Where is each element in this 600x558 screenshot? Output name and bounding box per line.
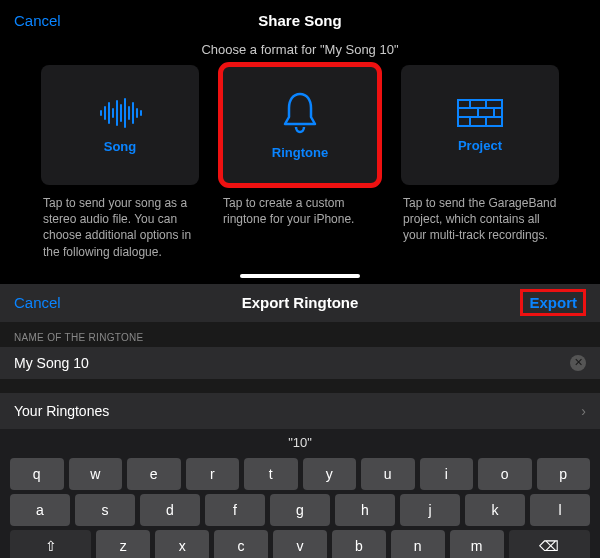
key-b[interactable]: b [332,530,386,558]
backspace-key[interactable]: ⌫ [509,530,590,558]
share-subtitle: Choose a format for "My Song 10" [0,40,600,65]
cancel-button[interactable]: Cancel [14,12,61,29]
svg-rect-11 [458,100,502,126]
bell-icon [280,91,320,135]
key-c[interactable]: c [214,530,268,558]
key-a[interactable]: a [10,494,70,526]
page-title: Share Song [0,12,600,29]
key-w[interactable]: w [69,458,123,490]
shift-key[interactable]: ⇧ [10,530,91,558]
song-card[interactable]: Song [41,65,199,185]
key-v[interactable]: v [273,530,327,558]
card-project: Project Tap to send the GarageBand proje… [401,65,559,260]
key-q[interactable]: q [10,458,64,490]
ringtone-name-row: ✕ [0,347,600,379]
cancel-button[interactable]: Cancel [14,294,61,311]
project-card[interactable]: Project [401,65,559,185]
key-r[interactable]: r [186,458,240,490]
export-panel: Cancel Export Ringtone Export NAME OF TH… [0,284,600,558]
key-e[interactable]: e [127,458,181,490]
list-item-label: Your Ringtones [14,403,109,419]
key-s[interactable]: s [75,494,135,526]
key-d[interactable]: d [140,494,200,526]
key-t[interactable]: t [244,458,298,490]
home-indicator [240,274,360,278]
key-z[interactable]: z [96,530,150,558]
card-label: Song [104,139,137,154]
bricks-icon [456,98,504,128]
key-p[interactable]: p [537,458,591,490]
section-label: NAME OF THE RINGTONE [0,322,600,347]
card-desc: Tap to create a custom ringtone for your… [221,185,379,227]
chevron-right-icon: › [581,403,586,419]
keyboard: "10" qwertyuiop asdfghjkl ⇧ zxcvbnm ⌫ 🌐 … [0,429,600,558]
card-desc: Tap to send the GarageBand project, whic… [401,185,559,244]
format-cards: Song Tap to send your song as a stereo a… [0,65,600,260]
page-title: Export Ringtone [0,294,600,311]
key-u[interactable]: u [361,458,415,490]
card-label: Ringtone [272,145,328,160]
card-song: Song Tap to send your song as a stereo a… [41,65,199,260]
key-j[interactable]: j [400,494,460,526]
share-panel: Cancel Share Song Choose a format for "M… [0,0,600,278]
key-n[interactable]: n [391,530,445,558]
key-h[interactable]: h [335,494,395,526]
card-label: Project [458,138,502,153]
export-button[interactable]: Export [520,289,586,316]
share-navbar: Cancel Share Song [0,0,600,40]
ringtone-name-input[interactable] [14,355,570,371]
card-desc: Tap to send your song as a stereo audio … [41,185,199,260]
ringtone-card[interactable]: Ringtone [221,65,379,185]
key-l[interactable]: l [530,494,590,526]
key-y[interactable]: y [303,458,357,490]
your-ringtones-row[interactable]: Your Ringtones › [0,393,600,429]
card-ringtone: Ringtone Tap to create a custom ringtone… [221,65,379,260]
key-m[interactable]: m [450,530,504,558]
clear-icon[interactable]: ✕ [570,355,586,371]
key-x[interactable]: x [155,530,209,558]
keyboard-suggestion[interactable]: "10" [4,431,596,456]
key-k[interactable]: k [465,494,525,526]
key-g[interactable]: g [270,494,330,526]
key-f[interactable]: f [205,494,265,526]
export-navbar: Cancel Export Ringtone Export [0,284,600,322]
key-i[interactable]: i [420,458,474,490]
waveform-icon [97,97,143,129]
key-o[interactable]: o [478,458,532,490]
